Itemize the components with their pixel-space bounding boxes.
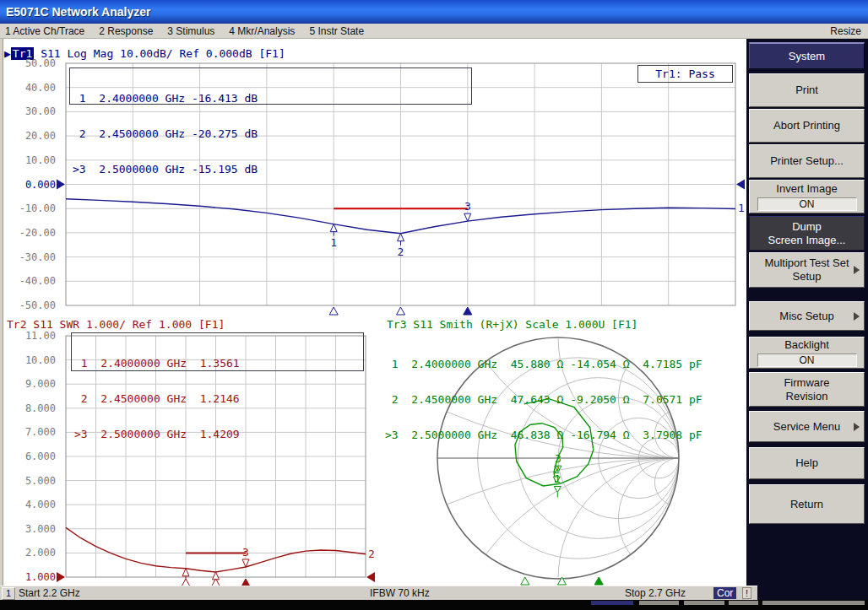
softkey-label: Return: [790, 498, 823, 511]
tr1-marker-row: 1 2.4000000 GHz -16.413 dB: [73, 93, 471, 105]
tr1-y-tick: -50.00: [3, 300, 56, 311]
tr3-marker-row: 1 2.4000000 GHz 45.880 Ω -14.054 Ω 4.718…: [385, 359, 703, 370]
return-button[interactable]: Return: [749, 484, 865, 524]
softkey-toggle-state: ON: [757, 354, 857, 367]
stop-frequency-label: Stop 2.7 GHz: [625, 587, 686, 599]
ifbw-label: IFBW 70 kHz: [370, 587, 430, 599]
instrument-window: E5071C Network Analyzer 1 Active Ch/Trac…: [0, 0, 868, 610]
softkey-sidebar: System PrintAbort PrintingPrinter Setup.…: [746, 39, 868, 610]
tr1-y-tick: -30.00: [3, 251, 56, 263]
menu-bar: 1 Active Ch/Trace 2 Response 3 Stimulus …: [0, 24, 868, 39]
tr2-y-tick: 2.000: [3, 547, 56, 559]
tr1-header-text: S11 Log Mag 10.00dB/ Ref 0.000dB [F1]: [34, 47, 285, 60]
multiport-test-set-setup-button[interactable]: Multiport Test SetSetup: [749, 252, 865, 288]
printer-setup-button[interactable]: Printer Setup...: [749, 144, 865, 178]
print-button[interactable]: Print: [749, 73, 865, 107]
bottom-strip-item: [684, 601, 724, 605]
tr2-y-tick: 3.000: [3, 523, 56, 535]
tr2-y-tick: 10.00: [3, 354, 56, 366]
invert-image-button[interactable]: Invert ImageON: [749, 180, 865, 213]
start-frequency-label: Start 2.2 GHz: [19, 587, 80, 599]
bottom-strip-item: [591, 601, 633, 605]
tr2-y-tick: 8.000: [3, 402, 56, 414]
menu-mkr-analysis[interactable]: 4 Mkr/Analysis: [229, 25, 295, 37]
softkey-label: Dump: [792, 220, 822, 234]
firmware-revision-button[interactable]: FirmwareRevision: [749, 372, 865, 407]
status-bar: 1 Start 2.2 GHz IFBW 70 kHz Stop 2.7 GHz…: [0, 586, 757, 600]
window-title: E5071C Network Analyzer: [6, 5, 150, 19]
tr2-header-text: Tr2 S11 SWR 1.000/ Ref 1.000 [F1]: [7, 318, 225, 331]
softkey-label: Print: [795, 84, 818, 97]
softkey-label: Screen Image...: [768, 234, 846, 247]
softkey-toggle-state: ON: [757, 197, 857, 211]
tr2-marker-row: >3 2.5000000 GHz 1.4209: [74, 429, 363, 440]
tr2-y-tick: 1.000: [3, 571, 56, 583]
tr1-y-tick: 40.00: [3, 82, 56, 94]
menu-active-ch-trace[interactable]: 1 Active Ch/Trace: [5, 25, 84, 37]
submenu-arrow-icon: [854, 423, 860, 431]
bottom-instrument-strip: [0, 600, 868, 610]
tr2-marker-row: 2 2.4500000 GHz 1.2146: [74, 393, 363, 405]
bottom-strip-item: [639, 601, 679, 605]
tr1-y-tick: -10.00: [3, 202, 56, 214]
tr2-marker-row: 1 2.4000000 GHz 1.3561: [74, 358, 363, 370]
tr1-y-tick: -40.00: [3, 275, 56, 287]
abort-printing-button[interactable]: Abort Printing: [749, 109, 865, 143]
misc-setup-button[interactable]: Misc Setup: [749, 301, 865, 331]
tr2-y-tick: 5.000: [3, 475, 56, 487]
correction-status-badge: Cor: [713, 587, 736, 599]
softkey-label: Service Menu: [773, 420, 840, 434]
backlight-button[interactable]: BacklightON: [749, 337, 865, 369]
title-bar: E5071C Network Analyzer: [0, 0, 868, 24]
softkey-label: Abort Printing: [773, 119, 840, 132]
tr2-marker-readout: 1 2.4000000 GHz 1.3561 2 2.4500000 GHz 1…: [71, 332, 364, 371]
submenu-arrow-icon: [854, 312, 860, 321]
channel-number-badge: 1: [2, 587, 15, 600]
softkey-label: Help: [795, 456, 818, 470]
tr2-header[interactable]: Tr2 S11 SWR 1.000/ Ref 1.000 [F1]: [7, 318, 225, 331]
softkey-label: Firmware: [784, 376, 829, 390]
dump-screen-image-button[interactable]: DumpScreen Image...: [749, 216, 865, 251]
tr3-marker-row: 2 2.4500000 GHz 47.643 Ω -9.2050 Ω 7.057…: [385, 394, 703, 406]
softkey-label: Revision: [786, 390, 828, 403]
tr1-y-tick: -20.00: [3, 227, 56, 239]
tr2-y-tick: 6.000: [3, 451, 56, 462]
submenu-arrow-icon: [854, 266, 860, 274]
softkey-menu-title: System: [749, 42, 865, 68]
tr1-marker-readout: 1 2.4000000 GHz -16.413 dB 2 2.4500000 G…: [69, 67, 472, 105]
tr1-y-tick: 50.00: [3, 57, 56, 69]
tr3-marker-readout: 1 2.4000000 GHz 45.880 Ω -14.054 Ω 4.718…: [385, 335, 703, 465]
softkey-label: Misc Setup: [779, 310, 833, 323]
bottom-strip-item: [729, 601, 758, 605]
tr1-marker-row: 2 2.4500000 GHz -20.275 dB: [73, 128, 471, 140]
softkey-label: Printer Setup...: [770, 154, 844, 168]
tr3-marker-row: >3 2.5000000 GHz 46.838 Ω -16.794 Ω 3.79…: [385, 429, 703, 441]
tr1-y-tick: 20.00: [3, 130, 56, 142]
tr3-header-text: Tr3 S11 Smith (R+jX) Scale 1.000U [F1]: [387, 318, 637, 331]
tr2-y-tick: 4.000: [3, 499, 56, 510]
tr2-y-tick: 11.00: [3, 330, 56, 342]
menu-instr-state[interactable]: 5 Instr State: [309, 25, 364, 37]
tr1-marker-row: >3 2.5000000 GHz -15.195 dB: [73, 164, 471, 175]
resize-control[interactable]: Resize: [830, 25, 861, 37]
tr3-header[interactable]: Tr3 S11 Smith (R+jX) Scale 1.000U [F1]: [387, 318, 637, 331]
menu-response[interactable]: 2 Response: [99, 25, 153, 37]
bottom-strip-datetime: [762, 601, 865, 605]
limit-test-result: Tr1: Pass: [637, 65, 733, 83]
tr2-y-tick: 9.000: [3, 378, 56, 390]
menu-stimulus[interactable]: 3 Stimulus: [167, 25, 214, 37]
softkey-label: Multiport Test Set: [764, 256, 849, 270]
softkey-label: Backlight: [784, 338, 829, 352]
tr1-y-tick: 30.00: [3, 105, 56, 117]
help-button[interactable]: Help: [749, 447, 865, 479]
softkey-label: Invert Image: [776, 182, 837, 196]
service-menu-button[interactable]: Service Menu: [749, 411, 865, 442]
softkey-label: Setup: [793, 270, 822, 283]
warning-indicator: !: [742, 587, 751, 599]
tr1-y-tick: 0.000: [3, 179, 56, 191]
tr1-y-tick: 10.00: [3, 154, 56, 166]
tr2-y-tick: 7.000: [3, 426, 56, 438]
